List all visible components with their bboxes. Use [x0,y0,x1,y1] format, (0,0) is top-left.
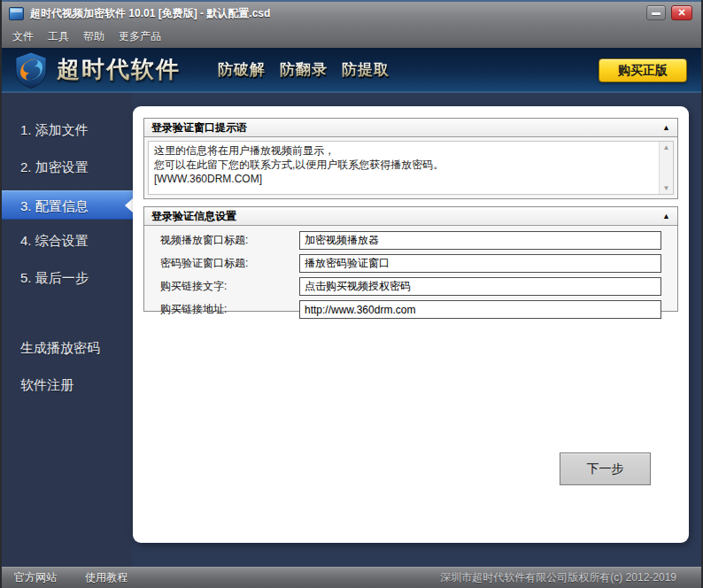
official-website-link[interactable]: 官方网站 [14,570,57,585]
login-info-group-header[interactable]: 登录验证信息设置 ▲ [144,207,677,226]
menu-file[interactable]: 文件 [5,29,41,44]
titlebar[interactable]: 超时代视频加密软件 10.01 [免费版] - 默认配置.csd ✕ [2,0,701,25]
brand-banner: 超时代软件 防破解 防翻录 防提取 购买正版 [2,48,701,93]
copyright-text: 深圳市超时代软件有限公司版权所有(c) 2012-2019 [440,570,676,585]
menubar: 文件 工具 帮助 更多产品 [2,25,701,48]
menu-tools[interactable]: 工具 [41,29,76,44]
sidebar-step-config-info[interactable]: 3. 配置信息 [2,190,133,220]
app-icon [9,7,24,20]
buy-link-text-input[interactable] [299,277,661,296]
sidebar-step-add-files[interactable]: 1. 添加文件 [2,117,133,143]
login-prompt-group: 登录验证窗口提示语 ▲ 这里的信息将在用户播放视频前显示， 您可以在此留下您的联… [143,118,678,199]
minimize-button[interactable] [646,5,666,20]
badge-anti-crack: 防破解 [218,59,266,80]
buy-genuine-button[interactable]: 购买正版 [599,58,687,82]
collapse-arrow-icon[interactable]: ▲ [662,212,670,220]
close-button[interactable]: ✕ [671,5,692,20]
sidebar-step-final-step[interactable]: 5. 最后一步 [2,265,133,291]
shield-logo-icon [14,51,48,89]
field-row-buy-link-url: 购买链接地址: [144,300,677,319]
badge-anti-record: 防翻录 [280,59,328,80]
login-info-group-title: 登录验证信息设置 [151,209,236,224]
tutorial-link[interactable]: 使用教程 [85,570,127,585]
badge-anti-extract: 防提取 [342,59,390,80]
scroll-up-icon[interactable]: ▲ [660,143,673,151]
sidebar-step-general-settings[interactable]: 4. 综合设置 [2,228,133,254]
password-window-title-input[interactable] [299,254,661,273]
next-step-button[interactable]: 下一步 [560,453,651,485]
login-info-group: 登录验证信息设置 ▲ 视频播放窗口标题: 密码验证窗口标题: 购买链接文字: 购… [143,206,678,312]
menu-help[interactable]: 帮助 [76,29,112,44]
collapse-arrow-icon[interactable]: ▲ [662,123,670,132]
feature-badges: 防破解 防翻录 防提取 [218,59,390,80]
sidebar-step-encrypt-settings[interactable]: 2. 加密设置 [2,154,133,181]
buy-link-text-label: 购买链接文字: [144,279,299,294]
sidebar: 1. 添加文件 2. 加密设置 3. 配置信息 4. 综合设置 5. 最后一步 … [2,93,133,567]
field-row-password-window-title: 密码验证窗口标题: [144,254,677,273]
status-footer: 官方网站 使用教程 深圳市超时代软件有限公司版权所有(c) 2012-2019 [2,567,701,588]
menu-more-products[interactable]: 更多产品 [112,29,168,44]
content-panel: 登录验证窗口提示语 ▲ 这里的信息将在用户播放视频前显示， 您可以在此留下您的联… [133,106,689,543]
sidebar-software-register[interactable]: 软件注册 [2,372,133,398]
main-area: 1. 添加文件 2. 加密设置 3. 配置信息 4. 综合设置 5. 最后一步 … [2,93,701,567]
player-window-title-input[interactable] [299,231,661,250]
brand-name: 超时代软件 [57,54,181,85]
login-prompt-textarea[interactable]: 这里的信息将在用户播放视频前显示， 您可以在此留下您的联系方式,以便用户联系您获… [148,141,674,195]
login-prompt-group-title: 登录验证窗口提示语 [151,120,247,135]
field-row-player-title: 视频播放窗口标题: [144,231,677,250]
scrollbar[interactable]: ▲ ▼ [659,142,673,194]
login-prompt-group-header[interactable]: 登录验证窗口提示语 ▲ [144,119,677,137]
login-prompt-text[interactable]: 这里的信息将在用户播放视频前显示， 您可以在此留下您的联系方式,以便用户联系您获… [154,143,653,192]
password-window-title-label: 密码验证窗口标题: [144,256,299,271]
window-controls: ✕ [646,5,692,20]
window-title: 超时代视频加密软件 10.01 [免费版] - 默认配置.csd [30,6,270,21]
player-window-title-label: 视频播放窗口标题: [144,233,299,248]
scroll-down-icon[interactable]: ▼ [660,184,673,192]
buy-link-url-label: 购买链接地址: [144,302,299,317]
buy-link-url-input[interactable] [299,300,661,319]
field-row-buy-link-text: 购买链接文字: [144,277,677,296]
app-window: 超时代视频加密软件 10.01 [免费版] - 默认配置.csd ✕ 文件 工具… [0,0,703,588]
sidebar-generate-password[interactable]: 生成播放密码 [2,335,133,361]
